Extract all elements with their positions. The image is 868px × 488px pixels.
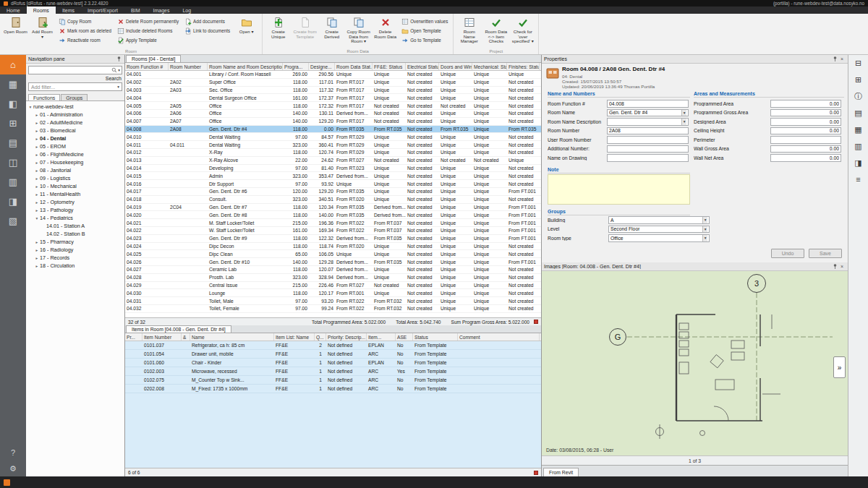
settings-icon[interactable]: ⚙ [0,461,26,476]
chevron-down-icon[interactable]: ▾ [118,68,120,72]
column-header-progra[interactable]: Progra... [283,63,309,70]
column-header-finishes-status[interactable]: Finishes: Status [507,63,540,70]
documents-module-icon[interactable]: ▤ [0,133,26,153]
column-header-name[interactable]: Name [190,333,274,341]
open-button[interactable]: Open ▾ [233,14,260,35]
room-row-04.020[interactable]: 04.020Gen. Dent. Dtr #8118.00140.00From … [125,211,541,219]
room-row-04.018[interactable]: 04.018Consult.323.00340.51From RT.020Uni… [125,196,541,204]
close-icon[interactable]: × [838,262,846,270]
tree-node-rune-webdev-test[interactable]: ▾rune-webdev-test [26,103,124,111]
note-input[interactable] [548,174,690,205]
room-row-04.003[interactable]: 04.0032A03Sec. Office118.00117.32From RT… [125,87,541,95]
menu-tab-log[interactable]: Log [176,7,197,14]
create-from-template-button[interactable]: Create from Template [292,14,318,40]
room-row-04.013[interactable]: 04.013X-Ray Alcove22.0024.62From RT.027N… [125,157,541,165]
products-module-icon[interactable]: ⊞ [0,114,26,133]
panel-layout-icon[interactable]: ⊞ [853,74,864,85]
room-row-04.028[interactable]: 04.028Prosth. Lab323.00328.94Derived fro… [125,274,541,282]
input-level[interactable]: Second Floor▾ [608,226,710,234]
mark-room-as-deleted-button[interactable]: Mark room as deleted [56,26,114,35]
reports-module-icon[interactable]: ▥ [0,172,26,192]
add-documents-button[interactable]: Add documents [182,17,233,26]
room-row-04.006[interactable]: 04.0062A06Office140.00130.11Derived from… [125,110,541,118]
item-row-0102.075[interactable]: 0102.075M_Counter Top w Sink...FF&E1Not … [125,376,541,385]
create-unique-button[interactable]: Create Unique [265,14,292,40]
bim-module-icon[interactable]: ◨ [0,192,26,211]
input-room-name-description[interactable]: ▾ [607,118,689,126]
help-icon[interactable]: ? [0,445,26,461]
rooms-tab[interactable]: Rooms [04 - Dental] [126,55,181,62]
item-row-0101.037[interactable]: 0101.037Refrigerator, ca h: 85 cmFF&E2No… [125,341,541,350]
apply-template-button[interactable]: Apply Template [114,35,182,45]
save-button[interactable]: Save [809,249,842,258]
tree-node-16-radiology[interactable]: ▸16 - Radiology [26,246,124,254]
tree-node-07-housekeeping[interactable]: ▸07 - Housekeeping [26,158,124,166]
room-row-04.024[interactable]: 04.024Dipc Decon118.00118.74From RT.020U… [125,243,541,251]
input-wall-gross-area[interactable]: 0.00 [770,145,841,153]
menu-tab-import-export[interactable]: Import/Export [81,7,124,14]
input-room-number[interactable]: 2A08 [607,127,689,135]
pin-icon[interactable] [115,55,122,63]
create-derived-button[interactable]: Create Derived [318,14,345,40]
pin-icon[interactable] [831,262,838,270]
reactivate-room-button[interactable]: Reactivate room [56,35,114,45]
item-row-0101.060[interactable]: 0101.060Chair - KinderFF&E1Not definedEP… [125,359,541,367]
column-header-mechanical-sta[interactable]: Mechanical: Sta... [472,63,507,70]
tree-node-14-01-station-a[interactable]: 14.01 - Station A [26,222,124,230]
menu-tab-items[interactable]: Items [56,7,81,14]
room-row-04.030[interactable]: 04.030Lounge118.00120.17From RT.001Uniqu… [125,289,541,297]
tree-node-18-circulation[interactable]: ▸18 - Circulation [26,262,124,270]
column-header-ff-e-status[interactable]: FF&E: Status [373,63,406,70]
tree-node-04-dental[interactable]: ▸04 - Dental [26,134,124,142]
input-building[interactable]: A▾ [608,216,710,224]
room-row-04.023[interactable]: 04.023Gen. Dent. Dtr #9118.00122.32Deriv… [125,235,541,243]
delete-room-data-button[interactable]: Delete Room Data [372,14,399,40]
add-room-button[interactable]: Add Room ▾ [29,14,56,40]
menu-tab-home[interactable]: Home [0,7,27,14]
column-header-room-function[interactable]: Room Function # [125,63,169,70]
room-row-04.021[interactable]: 04.021M. Staff Locker/Toilet215.00196.36… [125,219,541,227]
room-name-manager-button[interactable]: Room Name Manager [456,14,482,45]
item-row-0101.054[interactable]: 0101.054Drawer unit, mobileFF&E1Not defi… [125,350,541,359]
room-row-04.007[interactable]: 04.0072A07Office140.00129.20From RT.017N… [125,118,541,126]
overwritten-values-button[interactable]: Overwritten values [399,17,451,26]
column-header-item-number[interactable]: Item Number [142,333,182,341]
tree-node-01-administration[interactable]: ▸01 - Administration [26,111,124,119]
from-revit-tab[interactable]: From Revit [543,468,579,476]
room-row-04.004[interactable]: 04.004Dental Surgeon Office161.00172.37F… [125,94,541,102]
room-row-04.011[interactable]: 04.01104.011Dental Waiting323.00360.41Fr… [125,141,541,149]
input-wall-net-area[interactable]: 0.00 [770,154,841,162]
room-row-04.025[interactable]: 04.025Dipc Clean65.00106.05UniqueUniqueN… [125,250,541,258]
undo-button[interactable]: Undo [771,249,804,258]
input-programmed-gross-area[interactable]: 0.00 [770,109,841,117]
tree-node-05-erom[interactable]: ▸05 - EROM [26,142,124,150]
room-row-04.031[interactable]: 04.031Toilet, Male97.0093.20From RT.022F… [125,297,541,305]
item-row-0202.008[interactable]: 0202.008M_Fixed: 1735 x 1000mmFF&E1Not d… [125,385,541,393]
room-row-04.015[interactable]: 04.015Admin323.00353.47Derived from...Un… [125,172,541,180]
room-row-04.017[interactable]: 04.017Gen. Dent. Dtr #6120.00129.20From … [125,188,541,196]
search-link[interactable]: Search [26,74,124,81]
room-row-04.022[interactable]: 04.022W. Staff Locker/Toilet161.00169.34… [125,227,541,235]
pin-icon[interactable] [831,55,838,63]
column-header-electrical-status[interactable]: Electrical Status [406,63,439,70]
room-row-04.026[interactable]: 04.026Gen. Dent. Dtr #10140.00129.28Deri… [125,258,541,266]
tree-node-11-mentalhealth[interactable]: ▸11 - MentalHealth [26,190,124,198]
copy-room-button[interactable]: Copy Room [56,17,114,26]
column-header-doors-and-win[interactable]: Doors and Win... [439,63,472,70]
column-header-room-data-stat[interactable]: Room Data Stat... [335,63,373,70]
tree-node-03-biomedical[interactable]: ▸03 - Biomedical [26,127,124,134]
go-to-template-button[interactable]: Go to Template [399,35,451,45]
column-header-comment[interactable]: Comment [458,333,540,341]
images-panel-icon[interactable]: ▦ [853,124,864,135]
menu-tab-bim[interactable]: BIM [124,7,146,14]
tree-node-14-pediatrics[interactable]: ▾14 - Pediatrics [26,214,124,222]
tree-node-17-records[interactable]: ▸17 - Records [26,254,124,262]
documents-panel-icon[interactable]: ▥ [853,140,864,152]
tree-node-08-janitorial[interactable]: ▸08 - Janitorial [26,166,124,174]
column-header-designe[interactable]: Designe... [309,63,335,70]
links-panel-icon[interactable]: ◨ [853,157,864,168]
copy-room-data-from-room-button[interactable]: Copy Room Data from Room ▾ [345,14,372,45]
link-to-documents-button[interactable]: Link to documents [182,26,233,35]
input-room-type[interactable]: Office▾ [608,234,710,242]
search-icon[interactable] [111,67,118,74]
